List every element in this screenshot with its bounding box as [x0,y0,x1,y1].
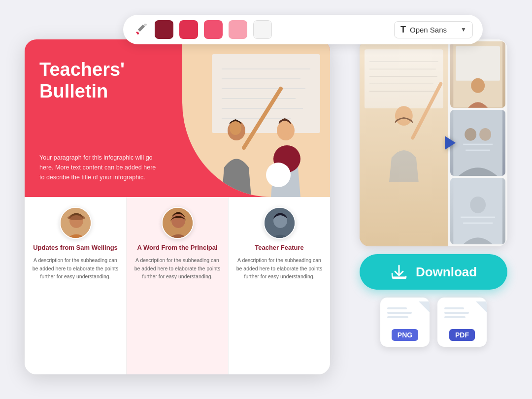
download-icon [390,263,408,281]
card-column-2: A Word From the Principal A description … [127,197,229,374]
file-lines-png [387,307,423,318]
svg-rect-0 [144,24,147,26]
svg-point-16 [67,215,85,220]
color-swatch-darkred[interactable] [155,20,173,39]
svg-rect-21 [360,39,448,246]
svg-point-34 [465,128,476,141]
color-swatch-white[interactable] [253,20,272,39]
color-swatch-pink[interactable] [229,20,247,39]
thumbnail-2 [450,110,505,176]
svg-rect-2 [212,54,320,133]
svg-point-28 [395,106,413,126]
chevron-down-icon: ▼ [461,26,466,33]
file-lines-pdf [444,307,480,318]
column-1-heading: Updates from Sam Wellings [33,244,118,252]
infographic-card: Teachers' Bulletin Your paragraph for th… [25,39,330,374]
avatar-1 [60,207,92,239]
color-swatch-red[interactable] [179,20,198,39]
thumbnail-1 [450,41,505,108]
svg-line-29 [413,84,441,138]
cursor-icon [445,136,456,150]
png-badge: PNG [392,329,418,341]
svg-point-13 [279,121,291,135]
file-formats: PNG PDF [360,298,507,347]
color-toolbar: T Open Sans ▼ [123,15,483,44]
white-decoration [266,163,291,187]
svg-rect-31 [456,46,500,81]
avatar-3 [264,207,296,239]
column-2-description: A description for the subheading can be … [134,256,221,281]
column-3-description: A description for the subheading can be … [236,256,323,281]
font-name-label: Open Sans [410,26,447,34]
infographic-title: Teachers' Bulletin [39,59,148,102]
svg-point-32 [471,78,485,93]
svg-point-10 [230,121,241,135]
color-swatch-lightred[interactable] [204,20,223,39]
pdf-button[interactable]: PDF [437,298,487,347]
svg-rect-42 [392,276,406,279]
image-preview-card [360,39,507,246]
thumbnail-3 [450,178,505,244]
right-panel: Download PNG PDF [360,39,507,347]
card-column-3: Teacher Feature A description for the su… [229,197,330,374]
download-button[interactable]: Download [360,254,507,290]
pdf-badge: PDF [449,329,475,341]
svg-point-35 [479,128,491,141]
card-columns: Updates from Sam Wellings A description … [25,197,330,374]
column-2-heading: A Word From the Principal [137,244,217,252]
font-t-icon: T [400,25,406,35]
preview-main-image [360,39,448,246]
paint-bucket-icon[interactable] [133,22,149,37]
hero-image [182,39,330,197]
preview-thumbnails [448,39,507,246]
png-button[interactable]: PNG [380,298,430,347]
svg-rect-33 [453,110,502,176]
column-1-description: A description for the subheading can be … [32,256,119,281]
infographic-paragraph: Your paragraph for this infographic will… [39,153,163,182]
avatar-2 [162,207,194,239]
card-column-1: Updates from Sam Wellings A description … [25,197,127,374]
download-label: Download [416,265,477,280]
column-3-heading: Teacher Feature [255,244,303,252]
card-hero-section: Teachers' Bulletin Your paragraph for th… [25,39,330,197]
font-selector[interactable]: T Open Sans ▼ [394,21,473,38]
svg-point-39 [470,197,486,213]
svg-rect-22 [365,49,443,108]
